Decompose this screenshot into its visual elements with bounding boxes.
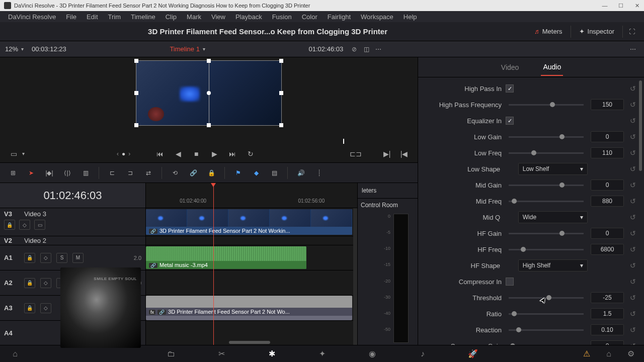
tab-video[interactable]: Video <box>499 59 521 75</box>
menu-timeline[interactable]: Timeline <box>126 13 160 21</box>
lock-track-icon[interactable]: 🔒 <box>24 253 35 263</box>
reset-icon[interactable]: ↺ <box>628 83 638 94</box>
menu-workspace[interactable]: Workspace <box>356 13 398 21</box>
param-value[interactable]: 0 <box>591 179 624 191</box>
param-slider[interactable] <box>509 201 584 202</box>
param-checkbox[interactable]: ✓ <box>506 84 514 93</box>
menu-view[interactable]: View <box>206 13 230 21</box>
timeline-dropdown-icon[interactable]: ▾ <box>203 46 205 52</box>
solo-button[interactable]: S <box>56 253 67 263</box>
retime-icon[interactable]: ⟲ <box>167 166 183 180</box>
reverse-button[interactable]: ◀ <box>172 148 185 159</box>
insert-clip-icon[interactable]: ⊏ <box>104 166 120 180</box>
fusion-page-icon[interactable]: ✦ <box>315 348 329 360</box>
param-value[interactable]: -25 <box>591 292 624 303</box>
slider-knob[interactable] <box>516 327 521 332</box>
param-value[interactable]: 150 <box>591 99 624 110</box>
param-select[interactable]: Wide▾ <box>518 211 588 223</box>
crop-dropdown-icon[interactable]: ▾ <box>22 151 25 156</box>
param-slider[interactable] <box>509 136 584 138</box>
param-value[interactable]: 6800 <box>591 244 624 255</box>
replace-clip-icon[interactable]: ⇄ <box>140 166 156 180</box>
timeline-tracks[interactable]: 01:02:40:00 01:02:56:00 🔗3D Printer Fila… <box>146 183 357 345</box>
reset-icon[interactable]: ↺ <box>628 132 638 142</box>
param-select[interactable]: High Shelf▾ <box>518 259 588 272</box>
slider-knob[interactable] <box>512 311 517 316</box>
timeline-scrollbar-h[interactable] <box>146 340 353 345</box>
reset-icon[interactable]: ↺ <box>628 293 638 303</box>
video-clip[interactable]: 🔗3D Printer Filament Feed Sensor Part 2 … <box>146 209 352 235</box>
tab-audio[interactable]: Audio <box>541 59 563 76</box>
param-value[interactable]: 0 <box>591 228 624 239</box>
transform-handle[interactable] <box>134 59 138 63</box>
blade-tool-icon[interactable]: ▥ <box>77 166 94 180</box>
index-icon[interactable]: ▤ <box>266 166 282 180</box>
fairlight-page-icon[interactable]: ♪ <box>416 348 430 360</box>
menu-fusion[interactable]: Fusion <box>267 13 297 21</box>
reset-icon[interactable]: ↺ <box>628 244 638 254</box>
transform-handle[interactable] <box>207 59 211 63</box>
transform-handle[interactable] <box>134 123 138 127</box>
marker-icon[interactable]: ◆ <box>248 166 264 180</box>
param-slider[interactable] <box>509 104 584 106</box>
inspector-scrollbar[interactable] <box>639 80 642 171</box>
slider-knob[interactable] <box>512 199 517 204</box>
track-a2[interactable] <box>146 270 357 296</box>
scrollbar-thumb[interactable] <box>229 341 270 344</box>
inspector-toggle[interactable]: ✦ Inspector <box>574 26 619 37</box>
menu-trim[interactable]: Trim <box>103 13 126 21</box>
transform-handle[interactable] <box>134 91 138 95</box>
param-slider[interactable] <box>509 329 584 331</box>
next-edit-button[interactable]: ▶| <box>380 148 393 159</box>
scrub-bar[interactable] <box>5 138 413 145</box>
crop-tool-icon[interactable]: ▭ <box>7 148 20 159</box>
auto-select-icon[interactable]: ◇ <box>40 253 51 263</box>
zoom-percent[interactable]: 12% <box>5 45 18 53</box>
param-value[interactable]: 880 <box>591 196 624 207</box>
viewer-frame[interactable] <box>136 60 282 126</box>
flag-icon[interactable]: ⚑ <box>230 166 246 180</box>
edit-page-icon[interactable]: ✱ <box>265 348 279 360</box>
zoom-dropdown-icon[interactable]: ▾ <box>21 46 24 52</box>
param-slider[interactable] <box>509 152 584 154</box>
reset-icon[interactable]: ↺ <box>628 325 638 335</box>
menu-fairlight[interactable]: Fairlight <box>323 13 356 21</box>
timeline-scrollbar-v[interactable] <box>353 208 357 345</box>
stop-button[interactable]: ■ <box>190 148 203 159</box>
param-value[interactable]: 0 <box>591 340 624 345</box>
param-value[interactable]: 0 <box>591 131 624 142</box>
lock-track-icon[interactable]: 🔒 <box>24 278 35 288</box>
prev-edit-button[interactable]: |◀ <box>397 148 411 159</box>
dynamic-trim-icon[interactable]: ⟨|⟩ <box>59 166 75 180</box>
param-slider[interactable] <box>509 297 584 299</box>
reset-icon[interactable]: ↺ <box>628 341 638 345</box>
param-slider[interactable] <box>509 249 584 250</box>
track-header-v3[interactable]: V3 Video 3 🔒 ◇ ▭ <box>0 208 145 236</box>
slider-knob[interactable] <box>546 295 551 300</box>
project-manager-icon[interactable]: ⌂ <box>602 348 616 360</box>
reset-icon[interactable]: ↺ <box>628 180 638 190</box>
reset-icon[interactable]: ↺ <box>628 228 638 238</box>
track-v2[interactable] <box>146 236 357 245</box>
meters-toggle[interactable]: ♬ Meters <box>529 26 567 37</box>
trim-tool-icon[interactable]: |◆| <box>41 166 57 180</box>
arrow-tool[interactable]: ➤ <box>23 166 39 180</box>
reset-icon[interactable]: ↺ <box>628 116 638 126</box>
slider-knob[interactable] <box>521 247 526 252</box>
slider-knob[interactable] <box>531 150 536 155</box>
audio-clip[interactable]: fx🔗3D Printer Filament Feed Sensor Part … <box>146 296 352 320</box>
more-icon[interactable]: ⋯ <box>627 44 639 54</box>
reset-icon[interactable]: ↺ <box>628 260 638 270</box>
audio-clip[interactable]: 🔗Metal music -3.mp4 <box>146 246 306 269</box>
media-page-icon[interactable]: 🗀 <box>164 348 178 360</box>
param-slider[interactable] <box>509 233 584 234</box>
mixer-slider-icon[interactable]: ┊ <box>311 166 327 180</box>
loop-button[interactable]: ↻ <box>244 148 257 159</box>
deliver-page-icon[interactable]: 🚀 <box>466 348 480 360</box>
track-v3[interactable]: 🔗3D Printer Filament Feed Sensor Part 2 … <box>146 208 357 236</box>
menu-davinci-resolve[interactable]: DaVinci Resolve <box>3 13 61 21</box>
minimize-button[interactable]: — <box>602 3 608 9</box>
settings-icon[interactable]: ⚙ <box>624 348 638 360</box>
lock-track-icon[interactable]: 🔒 <box>4 220 15 230</box>
param-value[interactable]: 110 <box>591 147 624 158</box>
